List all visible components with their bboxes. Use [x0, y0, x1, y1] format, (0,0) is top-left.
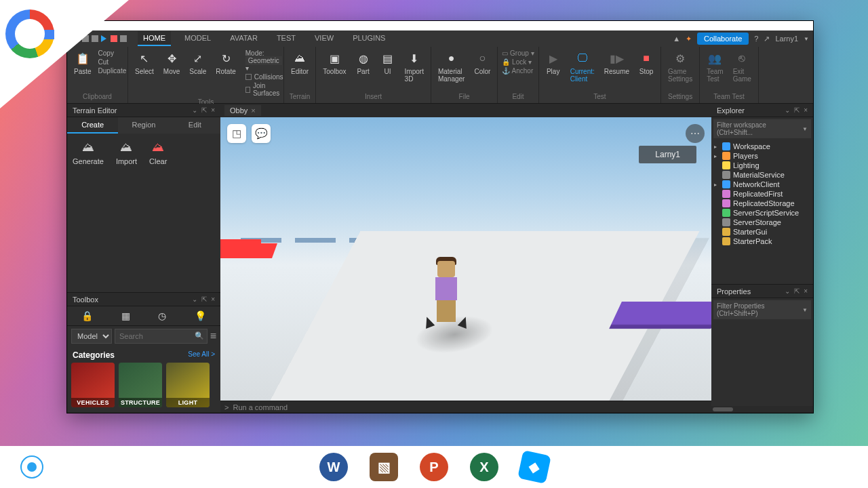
- command-bar[interactable]: > Run a command: [220, 401, 711, 413]
- terrain-import-button[interactable]: ⛰Import: [116, 140, 137, 165]
- category-vehicles[interactable]: VEHICLES: [71, 363, 115, 407]
- ui-button[interactable]: ▤UI: [378, 49, 398, 77]
- scale-tool[interactable]: ⤢Scale: [186, 49, 209, 77]
- toolbox-filter-icon[interactable]: ≡: [210, 330, 216, 342]
- explorer-filter-input[interactable]: Filter workspace (Ctrl+Shift...▼: [713, 119, 811, 138]
- viewport-home-icon[interactable]: ◳: [227, 124, 246, 143]
- tab-avatar[interactable]: AVATAR: [224, 31, 263, 46]
- vcr-step-icon[interactable]: [120, 35, 127, 42]
- toolbox-tab-creations-icon[interactable]: 💡: [195, 310, 206, 321]
- properties-close-icon[interactable]: ×: [804, 287, 808, 295]
- toolbox-tab-inventory-icon[interactable]: ▦: [121, 310, 130, 321]
- panel-pin-icon[interactable]: ⇱: [201, 106, 207, 114]
- collaborate-button[interactable]: Collaborate: [697, 33, 749, 45]
- terrain-generate-button[interactable]: ⛰Generate: [73, 140, 104, 165]
- properties-panel-header[interactable]: Properties ⌄⇱×: [711, 285, 813, 298]
- window-titlebar[interactable]: [67, 21, 813, 30]
- explorer-item-replicatedstorage[interactable]: ReplicatedStorage: [711, 199, 813, 208]
- user-menu[interactable]: Larny1: [775, 35, 798, 43]
- toolbox-panel-header[interactable]: Toolbox ⌄⇱×: [67, 293, 220, 306]
- duplicate-button[interactable]: Duplicate: [98, 67, 127, 75]
- toolbox-tab-marketplace-icon[interactable]: 🔒: [81, 310, 93, 321]
- copy-button[interactable]: Copy: [98, 49, 127, 57]
- notification-icon[interactable]: ▲: [673, 35, 680, 43]
- horizontal-scrollbar[interactable]: [711, 406, 813, 413]
- see-all-link[interactable]: See All >: [188, 350, 215, 360]
- tab-home[interactable]: HOME: [138, 31, 171, 46]
- terrain-clear-button[interactable]: ⛰Clear: [149, 140, 167, 165]
- explorer-item-lighting[interactable]: Lighting: [711, 161, 813, 170]
- explorer-panel-header[interactable]: Explorer ⌄⇱×: [711, 104, 813, 117]
- vcr-play-icon[interactable]: [101, 35, 108, 42]
- viewport-menu-icon[interactable]: ⋯: [686, 124, 705, 143]
- stop-button[interactable]: ■Stop: [636, 49, 656, 77]
- toolbox-pin-icon[interactable]: ⇱: [201, 296, 207, 303]
- import3d-button[interactable]: ⬇Import 3D: [402, 49, 427, 84]
- category-light[interactable]: LIGHT: [166, 363, 210, 407]
- start-button[interactable]: [20, 455, 43, 479]
- properties-filter-input[interactable]: Filter Properties (Ctrl+Shift+P)▼: [713, 300, 811, 319]
- toolbox-close-icon[interactable]: ×: [211, 296, 215, 303]
- panel-close-icon[interactable]: ×: [211, 106, 215, 114]
- terrain-editor-button[interactable]: ⛰Editor: [288, 49, 311, 77]
- properties-dropdown-icon[interactable]: ⌄: [785, 287, 790, 295]
- explorer-item-serverstorage[interactable]: ServerStorage: [711, 218, 813, 227]
- join-surfaces-checkbox[interactable]: Join Surfaces: [245, 82, 283, 97]
- vcr-redo-icon[interactable]: [92, 35, 98, 42]
- vcr-stop-icon[interactable]: [111, 35, 117, 42]
- explorer-item-startergui[interactable]: StarterGui: [711, 227, 813, 237]
- terrain-tab-create[interactable]: Create: [67, 117, 118, 134]
- share-icon[interactable]: ↗: [764, 35, 770, 43]
- tab-test[interactable]: TEST: [271, 31, 301, 46]
- select-tool[interactable]: ↖Select: [132, 49, 157, 77]
- taskbar-app-minecraft[interactable]: ▧: [370, 453, 398, 481]
- category-structure[interactable]: STRUCTURE: [119, 363, 162, 407]
- toolbox-button[interactable]: ▣Toolbox: [320, 49, 349, 77]
- material-manager-button[interactable]: ●Material Manager: [435, 49, 467, 84]
- document-tab-obby[interactable]: Obby×: [224, 105, 261, 116]
- command-input[interactable]: Run a command: [233, 403, 288, 411]
- toolbox-tab-recent-icon[interactable]: ◷: [158, 310, 166, 321]
- resume-button[interactable]: ▮▶Resume: [601, 49, 632, 77]
- collisions-checkbox[interactable]: Collisions: [245, 73, 283, 81]
- explorer-item-workspace[interactable]: ▸Workspace: [711, 142, 813, 151]
- mode-dropdown[interactable]: Geometric: [245, 56, 282, 65]
- terrain-panel-header[interactable]: Terrain Editor ⌄⇱×: [67, 104, 220, 117]
- play-button[interactable]: ▶Play: [543, 49, 564, 77]
- paste-button[interactable]: 📋Paste: [71, 49, 94, 77]
- toolbox-dropdown-icon[interactable]: ⌄: [192, 296, 197, 303]
- taskbar-app-word[interactable]: W: [319, 453, 348, 481]
- explorer-item-players[interactable]: ▸Players: [711, 151, 813, 161]
- game-settings-button[interactable]: ⚙Game Settings: [665, 49, 695, 84]
- properties-pin-icon[interactable]: ⇱: [794, 287, 800, 295]
- current-client-button[interactable]: 🖵Current: Client: [568, 49, 597, 84]
- rotate-tool[interactable]: ↻Rotate: [213, 49, 238, 77]
- updates-icon[interactable]: ✦: [686, 35, 692, 43]
- explorer-item-starterpack[interactable]: StarterPack: [711, 237, 813, 246]
- group-button[interactable]: ▭ Group ▾: [502, 49, 534, 57]
- part-button[interactable]: ◍Part: [353, 49, 374, 77]
- toolbox-category-select[interactable]: Models: [71, 329, 112, 344]
- team-test-button[interactable]: 👥Team Test: [704, 49, 726, 84]
- taskbar-app-excel[interactable]: X: [470, 453, 498, 481]
- cut-button[interactable]: Cut: [98, 58, 127, 66]
- color-button[interactable]: ○Color: [471, 49, 493, 77]
- lock-button[interactable]: 🔒 Lock ▾: [502, 58, 534, 66]
- help-icon[interactable]: ?: [754, 35, 758, 43]
- viewport-3d[interactable]: ◳ 💬 ⋯ Larny1: [220, 117, 711, 401]
- explorer-item-networkclient[interactable]: ▸NetworkClient: [711, 180, 813, 189]
- tab-close-icon[interactable]: ×: [251, 106, 255, 115]
- user-dropdown-icon[interactable]: ▼: [804, 36, 809, 42]
- exit-game-button[interactable]: ⎋Exit Game: [730, 49, 754, 84]
- panel-dropdown-icon[interactable]: ⌄: [192, 106, 197, 114]
- explorer-item-materialservice[interactable]: MaterialService: [711, 170, 813, 180]
- explorer-pin-icon[interactable]: ⇱: [794, 106, 800, 114]
- explorer-item-serverscriptservice[interactable]: ServerScriptService: [711, 208, 813, 218]
- anchor-button[interactable]: ⚓ Anchor: [502, 67, 534, 75]
- terrain-tab-region[interactable]: Region: [118, 117, 169, 134]
- explorer-close-icon[interactable]: ×: [804, 106, 808, 114]
- taskbar-app-roblox-studio[interactable]: ◆: [517, 450, 551, 484]
- taskbar-app-powerpoint[interactable]: P: [420, 453, 448, 481]
- search-icon[interactable]: 🔍: [195, 331, 204, 340]
- move-tool[interactable]: ✥Move: [161, 49, 182, 77]
